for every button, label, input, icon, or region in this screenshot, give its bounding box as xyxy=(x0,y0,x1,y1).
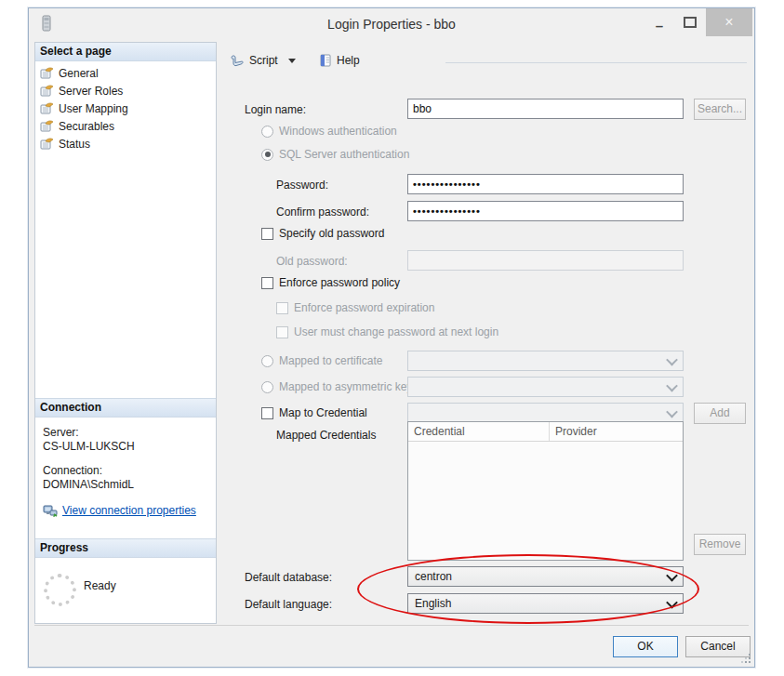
specify-old-password-checkbox[interactable]: Specify old password xyxy=(261,227,384,240)
chevron-down-icon xyxy=(666,596,678,608)
sql-auth-option[interactable]: SQL Server authentication xyxy=(261,148,409,161)
login-name-label: Login name: xyxy=(245,103,306,116)
page-icon xyxy=(40,138,54,150)
connection-section: Connection Server: CS-ULM-LUKSCH Connect… xyxy=(35,398,216,518)
chevron-down-icon xyxy=(666,379,678,391)
connection-properties-icon xyxy=(43,505,58,517)
login-properties-dialog: Login Properties - bbo – × Select a page… xyxy=(28,7,755,668)
minimize-button[interactable]: – xyxy=(644,8,674,36)
checkbox-icon xyxy=(261,407,273,419)
help-button[interactable]: Help xyxy=(315,49,364,72)
password-input[interactable] xyxy=(407,174,684,194)
default-language-value: English xyxy=(415,597,451,610)
radio-icon xyxy=(261,126,273,138)
connection-label: Connection: xyxy=(43,464,208,478)
script-button[interactable]: Script xyxy=(226,49,299,72)
confirm-password-input[interactable] xyxy=(407,201,684,221)
sidebar-item-status[interactable]: Status xyxy=(35,135,216,152)
page-icon xyxy=(40,67,54,79)
server-value: CS-ULM-LUKSCH xyxy=(43,440,208,454)
page-icon xyxy=(40,102,54,114)
map-credential-checkbox[interactable]: Map to Credential xyxy=(261,406,367,419)
title-bar: Login Properties - bbo – × xyxy=(29,8,754,40)
mapped-asymmetric-dropdown xyxy=(407,377,684,397)
maximize-icon xyxy=(684,17,697,28)
progress-spinner-icon xyxy=(44,574,76,606)
chevron-down-icon xyxy=(666,569,678,581)
chevron-down-icon xyxy=(666,353,678,365)
must-change-checkbox: User must change password at next login xyxy=(276,325,498,338)
default-database-label: Default database: xyxy=(245,571,332,584)
resize-grip[interactable] xyxy=(741,654,751,664)
login-name-input[interactable] xyxy=(407,99,684,119)
map-credential-label: Map to Credential xyxy=(279,406,367,419)
view-connection-properties-link[interactable]: View connection properties xyxy=(62,504,196,518)
mapped-certificate-dropdown xyxy=(407,351,684,371)
sidebar-item-user-mapping[interactable]: User Mapping xyxy=(35,99,216,117)
progress-header: Progress xyxy=(35,538,216,558)
close-button[interactable]: × xyxy=(706,8,752,36)
mapped-credentials-label: Mapped Credentials xyxy=(276,429,376,442)
page-tree: General Server Roles User Mapping Secura… xyxy=(35,61,216,152)
enforce-expiration-label: Enforce password expiration xyxy=(294,301,434,314)
progress-status: Ready xyxy=(84,579,116,592)
password-label: Password: xyxy=(276,179,328,192)
connection-value: DOMINA\SchmidL xyxy=(43,478,208,492)
table-header-row: Credential Provider xyxy=(408,422,683,442)
progress-section: Progress Ready xyxy=(35,538,216,623)
search-button[interactable]: Search... xyxy=(694,99,746,120)
select-a-page-header: Select a page xyxy=(35,43,216,61)
server-label: Server: xyxy=(43,426,208,440)
add-button: Add xyxy=(694,403,746,424)
old-password-label: Old password: xyxy=(276,255,348,268)
sidebar-item-securables[interactable]: Securables xyxy=(35,117,216,135)
specify-old-password-label: Specify old password xyxy=(279,227,384,240)
old-password-input xyxy=(407,250,684,271)
must-change-label: User must change password at next login xyxy=(294,325,498,338)
maximize-button[interactable] xyxy=(674,8,706,36)
script-icon xyxy=(230,54,245,67)
default-language-dropdown[interactable]: English xyxy=(407,593,684,614)
enforce-policy-label: Enforce password policy xyxy=(279,276,400,289)
column-header-provider[interactable]: Provider xyxy=(550,422,683,441)
sidebar-item-label: General xyxy=(59,67,99,80)
script-button-label: Script xyxy=(249,54,278,67)
mapped-asymmetric-option: Mapped to asymmetric key xyxy=(261,380,412,393)
map-credential-dropdown xyxy=(407,403,684,423)
checkbox-disabled-icon xyxy=(276,302,288,314)
toolbar: Script Help xyxy=(222,49,749,75)
sidebar-item-label: User Mapping xyxy=(59,102,128,115)
script-dropdown-caret-icon xyxy=(288,59,296,63)
column-header-credential[interactable]: Credential xyxy=(408,422,550,441)
mapped-credentials-table[interactable]: Credential Provider xyxy=(407,421,684,561)
mapped-asymmetric-label: Mapped to asymmetric key xyxy=(279,380,412,393)
footer-divider xyxy=(34,625,749,626)
enforce-policy-checkbox[interactable]: Enforce password policy xyxy=(261,276,400,289)
default-database-dropdown[interactable]: centron xyxy=(407,566,684,587)
default-language-label: Default language: xyxy=(245,598,332,611)
connection-header: Connection xyxy=(35,398,216,418)
radio-disabled-icon xyxy=(261,355,273,367)
windows-auth-option[interactable]: Windows authentication xyxy=(261,125,397,138)
remove-button: Remove xyxy=(694,534,746,555)
sidebar: Select a page General Server Roles User … xyxy=(34,42,217,624)
help-icon xyxy=(319,54,332,67)
sql-auth-label: SQL Server authentication xyxy=(279,148,409,161)
sidebar-item-general[interactable]: General xyxy=(35,64,216,82)
mapped-certificate-option: Mapped to certificate xyxy=(261,354,382,367)
window-controls: – × xyxy=(644,8,752,36)
default-database-value: centron xyxy=(415,570,452,583)
toolbar-divider xyxy=(445,62,747,63)
page-icon xyxy=(40,85,54,97)
sidebar-item-label: Server Roles xyxy=(59,85,123,98)
page-icon xyxy=(40,120,54,132)
main-panel: Script Help Login name: Search... Window… xyxy=(222,42,749,624)
ok-button[interactable]: OK xyxy=(613,636,678,657)
table-body-empty[interactable] xyxy=(408,442,683,560)
checkbox-icon xyxy=(261,228,273,240)
chevron-down-icon xyxy=(666,405,678,418)
sidebar-item-server-roles[interactable]: Server Roles xyxy=(35,82,216,99)
radio-disabled-icon xyxy=(261,381,273,393)
checkbox-disabled-icon xyxy=(276,326,288,338)
mapped-certificate-label: Mapped to certificate xyxy=(279,354,382,367)
